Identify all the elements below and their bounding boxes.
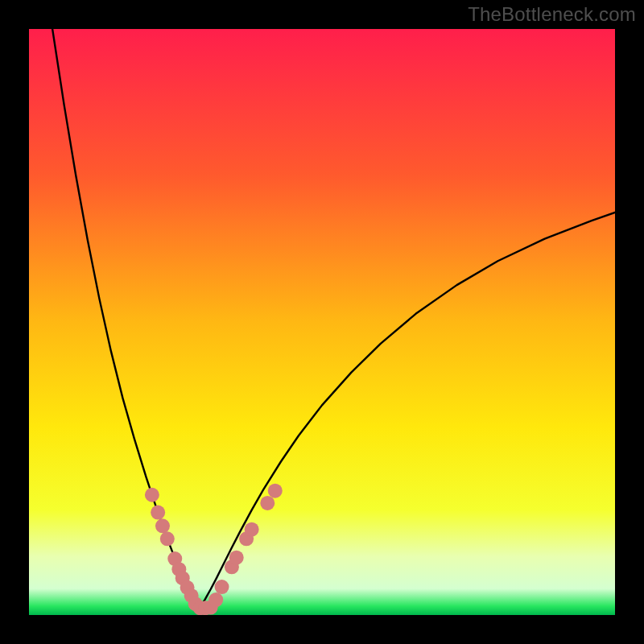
marker-dot <box>268 484 283 498</box>
plot-area <box>29 29 615 615</box>
gradient-background <box>29 29 615 615</box>
marker-dot <box>145 488 159 502</box>
marker-dot <box>215 580 229 594</box>
chart-frame: TheBottleneck.com <box>0 0 644 644</box>
marker-dot <box>208 592 223 607</box>
marker-dot <box>155 518 170 533</box>
marker-dot <box>151 506 165 520</box>
marker-dot <box>245 522 259 537</box>
marker-dot <box>260 496 275 510</box>
marker-dot <box>160 531 175 546</box>
marker-dot <box>229 551 244 565</box>
watermark-text: TheBottleneck.com <box>468 3 636 26</box>
chart-svg <box>29 29 615 615</box>
